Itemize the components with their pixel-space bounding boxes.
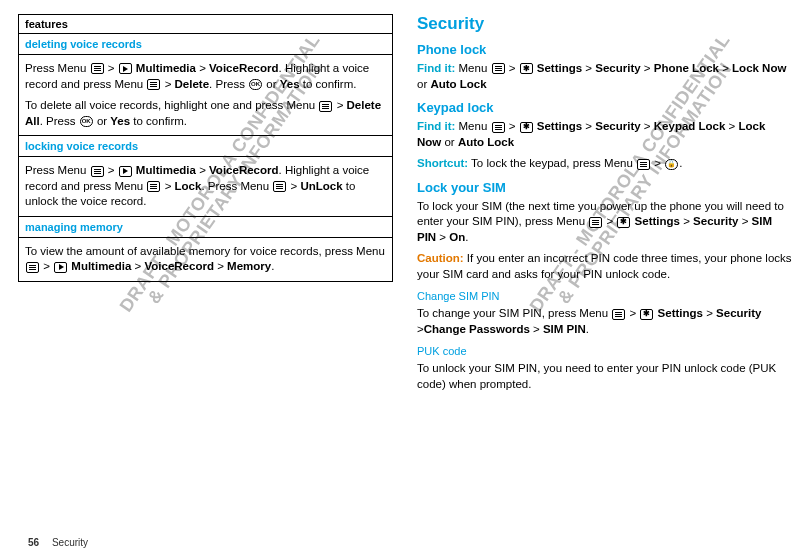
change-pin-line: To change your SIM PIN, press Menu > Set… <box>417 306 792 337</box>
locking-records-heading: locking voice records <box>19 135 392 157</box>
text: > <box>506 62 519 74</box>
page: features deleting voice records Press Me… <box>0 0 810 398</box>
puk-heading: PUK code <box>417 345 792 357</box>
text: Phone Lock <box>654 62 719 74</box>
text: Lock Now <box>732 62 786 74</box>
text: Memory <box>227 260 271 272</box>
text: > <box>161 78 174 90</box>
keypad-lock-line: Find it: Menu > Settings > Security > Ke… <box>417 119 792 150</box>
text: to confirm. <box>130 115 187 127</box>
text: > <box>506 120 519 132</box>
menu-icon <box>147 79 160 90</box>
text: > <box>105 164 118 176</box>
text: > <box>603 215 616 227</box>
gear-icon <box>520 63 533 74</box>
text: SIM PIN <box>543 323 586 335</box>
menu-icon <box>147 181 160 192</box>
text: Menu <box>455 62 490 74</box>
text: > <box>725 120 738 132</box>
text: Security <box>693 215 738 227</box>
find-it-label: Find it: <box>417 120 455 132</box>
play-icon <box>119 63 132 74</box>
text: Settings <box>654 307 703 319</box>
text: > <box>196 62 209 74</box>
text: Settings <box>631 215 680 227</box>
keypad-shortcut-line: Shortcut: To lock the keypad, press Menu… <box>417 156 792 172</box>
text: Security <box>716 307 761 319</box>
text: . Press <box>209 78 248 90</box>
gear-icon <box>640 309 653 320</box>
text: Lock <box>175 180 202 192</box>
text: > <box>530 323 543 335</box>
ok-icon: OK <box>80 116 93 127</box>
phone-lock-heading: Phone lock <box>417 42 792 57</box>
menu-icon <box>273 181 286 192</box>
text: > <box>417 323 424 335</box>
text: Menu <box>455 120 490 132</box>
text: > <box>333 99 346 111</box>
text: or <box>263 78 280 90</box>
text: On <box>449 231 465 243</box>
right-column: Security Phone lock Find it: Menu > Sett… <box>405 14 792 398</box>
text: > <box>582 62 595 74</box>
deleting-records-body: Press Menu > Multimedia > VoiceRecord. H… <box>19 55 392 135</box>
text: > <box>719 62 732 74</box>
menu-icon <box>612 309 625 320</box>
text: to confirm. <box>300 78 357 90</box>
shortcut-label: Shortcut: <box>417 157 468 169</box>
text: > <box>703 307 716 319</box>
managing-memory-body: To view the amount of available memory f… <box>19 238 392 281</box>
text: > <box>287 180 300 192</box>
text: If you enter an incorrect PIN code three… <box>417 252 792 280</box>
gear-icon <box>520 122 533 133</box>
text: . <box>271 260 274 272</box>
find-it-label: Find it: <box>417 62 455 74</box>
text: > <box>641 120 654 132</box>
text: > <box>161 180 174 192</box>
text: To view the amount of available memory f… <box>25 245 385 257</box>
lock-sim-heading: Lock your SIM <box>417 180 792 195</box>
text: Multimedia <box>133 62 196 74</box>
text: or <box>441 136 458 148</box>
features-table: features deleting voice records Press Me… <box>18 14 393 282</box>
text: Yes <box>280 78 300 90</box>
play-icon <box>119 166 132 177</box>
keypad-lock-heading: Keypad lock <box>417 100 792 115</box>
text: . Press <box>40 115 79 127</box>
text: Security <box>595 120 640 132</box>
text: > <box>680 215 693 227</box>
footer: 56 Security <box>28 537 88 548</box>
menu-icon <box>637 159 650 170</box>
text: > <box>214 260 227 272</box>
text: Press Menu <box>25 62 90 74</box>
text: Delete <box>175 78 210 90</box>
puk-line: To unlock your SIM PIN, you need to ente… <box>417 361 792 392</box>
phone-lock-line: Find it: Menu > Settings > Security > Ph… <box>417 61 792 92</box>
text: To lock the keypad, press Menu <box>468 157 636 169</box>
text: Multimedia <box>68 260 131 272</box>
play-icon <box>54 262 67 273</box>
menu-icon <box>26 262 39 273</box>
text: UnLock <box>300 180 342 192</box>
menu-icon <box>589 217 602 228</box>
text: Settings <box>534 62 583 74</box>
text: Multimedia <box>133 164 196 176</box>
text: > <box>626 307 639 319</box>
text: > <box>131 260 144 272</box>
text: Change Passwords <box>424 323 530 335</box>
text: or <box>417 78 430 90</box>
text: . <box>586 323 589 335</box>
footer-section: Security <box>52 537 88 548</box>
text: . <box>679 157 682 169</box>
text: or <box>94 115 111 127</box>
text: . <box>465 231 468 243</box>
text: To delete all voice records, highlight o… <box>25 99 318 111</box>
managing-memory-heading: managing memory <box>19 216 392 238</box>
text: > <box>738 215 751 227</box>
menu-icon <box>319 101 332 112</box>
text: VoiceRecord <box>209 62 278 74</box>
deleting-records-heading: deleting voice records <box>19 34 392 55</box>
menu-icon <box>91 63 104 74</box>
ok-icon: OK <box>249 79 262 90</box>
text: Keypad Lock <box>654 120 726 132</box>
